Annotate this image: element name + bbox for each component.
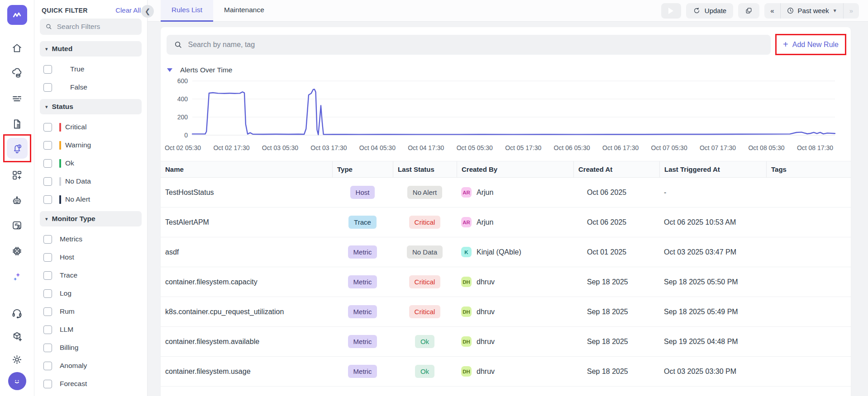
checkbox[interactable] — [43, 159, 52, 168]
checkbox[interactable] — [43, 65, 52, 74]
checkbox[interactable] — [43, 362, 52, 370]
add-new-rule-button[interactable]: + Add New Rule — [778, 37, 843, 52]
filter-item-rum[interactable]: Rum — [40, 302, 142, 321]
checkbox[interactable] — [43, 344, 52, 352]
rail-session-replay[interactable] — [7, 215, 28, 236]
checkbox[interactable] — [43, 177, 52, 186]
play-button[interactable] — [661, 3, 681, 19]
column-header-created-at[interactable]: Created At — [573, 161, 659, 177]
filter-item-forecast[interactable]: Forecast — [40, 375, 142, 393]
table-row[interactable]: TestHostStatusHostNo AlertARArjunOct 06 … — [161, 178, 851, 207]
checkbox[interactable] — [43, 307, 52, 316]
tab-rules-list[interactable]: Rules List — [161, 0, 213, 22]
rail-alerts-bell[interactable] — [7, 138, 28, 159]
checkbox[interactable] — [43, 289, 52, 298]
rail-package-add[interactable] — [7, 326, 28, 347]
rail-settings-gear[interactable] — [7, 349, 28, 370]
column-header-name[interactable]: Name — [161, 161, 332, 177]
checkbox[interactable] — [43, 123, 52, 132]
svg-text:Oct 03 17:30: Oct 03 17:30 — [310, 144, 347, 151]
collapse-panel-button[interactable]: ❮ — [141, 5, 154, 18]
table-row[interactable]: container.filesystem.usageMetricOkDHdhru… — [161, 357, 851, 387]
checkbox[interactable] — [43, 253, 52, 262]
rule-name[interactable]: container.filesystem.usage — [161, 368, 332, 376]
add-rule-label: Add New Rule — [792, 41, 839, 49]
filter-item-llm[interactable]: LLM — [40, 321, 142, 339]
filter-item-label: Billing — [60, 344, 78, 352]
table-row[interactable]: asdfMetricNo DataKKinjal (QAble)Oct 01 2… — [161, 237, 851, 267]
rule-name[interactable]: TestHostStatus — [161, 189, 332, 197]
filter-item-anomaly[interactable]: Anomaly — [40, 357, 142, 375]
rule-name[interactable]: k8s.container.cpu_request_utilization — [161, 308, 332, 316]
filter-item-critical[interactable]: Critical — [40, 118, 142, 136]
filter-item-no-alert[interactable]: No Alert — [40, 190, 142, 208]
filter-search-input[interactable] — [57, 23, 136, 31]
time-range-selector[interactable]: Past week ▼ — [780, 3, 843, 19]
checkbox[interactable] — [43, 195, 52, 204]
table-row[interactable]: k8s.container.cpu_request_utilizationMet… — [161, 297, 851, 327]
filter-item-no-data[interactable]: No Data — [40, 172, 142, 190]
filter-item-ok[interactable]: Ok — [40, 154, 142, 172]
rail-log-filters[interactable] — [7, 88, 28, 109]
column-header-created-by[interactable]: Created By — [457, 161, 573, 177]
column-header-tags[interactable]: Tags — [766, 161, 851, 177]
table-row[interactable]: container.filesystem.availableMetricOkDH… — [161, 327, 851, 357]
filter-section-status[interactable]: ▾Status — [40, 99, 142, 114]
table-row[interactable]: container.filesystem.capacityMetricCriti… — [161, 267, 851, 297]
rule-name[interactable]: container.filesystem.capacity — [161, 278, 332, 286]
filter-item-warning[interactable]: Warning — [40, 136, 142, 154]
filter-item-false[interactable]: undefinedFalse — [40, 78, 142, 96]
table-row[interactable]: TestAlertAPMTraceCriticalARArjunOct 06 2… — [161, 207, 851, 237]
type-badge: Metric — [348, 365, 377, 378]
filter-section-muted[interactable]: ▾Muted — [40, 41, 142, 57]
filter-item-billing[interactable]: Billing — [40, 339, 142, 357]
filter-item-log[interactable]: Log — [40, 284, 142, 302]
svg-text:200: 200 — [177, 113, 188, 121]
copy-button[interactable] — [738, 3, 759, 19]
tab-maintenance[interactable]: Maintenance — [213, 0, 275, 22]
rail-ai-sparkle[interactable] — [7, 266, 28, 287]
rail-headset-support[interactable] — [7, 302, 28, 323]
checkbox[interactable] — [43, 380, 52, 388]
rules-search-input[interactable] — [188, 41, 763, 49]
last-triggered-cell: Oct 06 2025 10:53 AM — [659, 218, 766, 226]
filter-search[interactable] — [40, 19, 142, 35]
last-triggered-cell: Sep 18 2025 05:49 PM — [659, 308, 766, 316]
rule-name[interactable]: asdf — [161, 248, 332, 256]
rail-brand-logo[interactable] — [7, 5, 27, 25]
rail-dashboard-add[interactable] — [7, 165, 28, 185]
time-back-button[interactable]: « — [764, 3, 780, 19]
filter-section-monitor-type[interactable]: ▾Monitor Type — [40, 211, 142, 226]
filter-item-trace[interactable]: Trace — [40, 266, 142, 284]
rail-home[interactable] — [7, 38, 28, 58]
column-header-last-status[interactable]: Last Status — [393, 161, 457, 177]
filter-item-true[interactable]: undefinedTrue — [40, 60, 142, 78]
rail-bot[interactable] — [7, 190, 28, 211]
created-by-cell: DHdhruv — [457, 277, 573, 287]
checkbox[interactable] — [43, 235, 52, 244]
column-header-last-triggered-at[interactable]: Last Triggered At — [659, 161, 766, 177]
rail-cpu-chip[interactable] — [7, 240, 28, 261]
svg-text:Oct 08 05:30: Oct 08 05:30 — [748, 144, 784, 151]
rail-document[interactable] — [7, 113, 28, 134]
section-label: Monitor Type — [52, 215, 95, 223]
time-forward-button[interactable]: » — [843, 3, 859, 19]
collapse-chart-icon[interactable] — [167, 68, 172, 72]
creator-name: Kinjal (QAble) — [477, 248, 521, 256]
filter-item-host[interactable]: Host — [40, 248, 142, 266]
column-header-type[interactable]: Type — [332, 161, 393, 177]
rule-name[interactable]: container.filesystem.available — [161, 338, 332, 346]
rule-name[interactable]: TestAlertAPM — [161, 218, 332, 226]
rail-user-avatar[interactable] — [8, 372, 26, 390]
update-label: Update — [705, 7, 726, 14]
checkbox[interactable] — [43, 141, 52, 150]
update-button[interactable]: Update — [686, 3, 733, 19]
checkbox[interactable] — [43, 325, 52, 334]
checkbox[interactable] — [43, 83, 52, 92]
checkbox[interactable] — [43, 271, 52, 280]
clear-all-link[interactable]: Clear All — [115, 6, 141, 14]
svg-text:Oct 04 05:30: Oct 04 05:30 — [359, 144, 396, 151]
rail-cloud-database[interactable] — [7, 62, 28, 83]
filter-item-metrics[interactable]: Metrics — [40, 230, 142, 248]
rules-search[interactable] — [167, 35, 771, 55]
